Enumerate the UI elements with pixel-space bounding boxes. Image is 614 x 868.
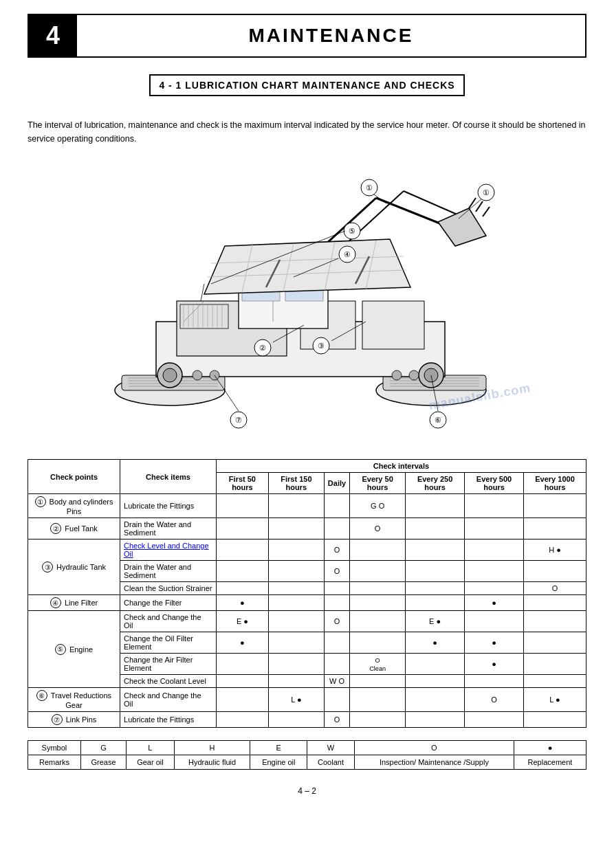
- table-row: ① Body and cylinders Pins Lubricate the …: [28, 494, 586, 518]
- diagram-svg: ① ① ② ③ ④ ⑤ ⑥ ⑦: [101, 157, 514, 445]
- check-item-cell: Check and Change the Oil: [120, 688, 217, 712]
- svg-point-49: [163, 368, 177, 382]
- symbol-h: H: [174, 741, 250, 755]
- check-item-cell: Check Level and Change Oil: [120, 539, 217, 561]
- col-every-500: Every 500 hours: [465, 473, 524, 494]
- svg-text:⑦: ⑦: [235, 416, 242, 424]
- check-point-cell: ⑤ Engine: [28, 611, 120, 688]
- col-check-intervals: Check intervals: [216, 460, 586, 473]
- svg-line-72: [201, 284, 204, 301]
- remark-hydraulic: Hydraulic fluid: [174, 755, 250, 770]
- check-point-cell: ① Body and cylinders Pins: [28, 494, 120, 518]
- maintenance-table: Check points Check items Check intervals…: [28, 459, 586, 728]
- svg-point-53: [392, 370, 402, 380]
- check-point-cell: ② Fuel Tank: [28, 518, 120, 539]
- symbol-w: W: [307, 741, 355, 755]
- svg-line-37: [483, 207, 490, 216]
- symbol-o: O: [354, 741, 514, 755]
- remark-engine-oil: Engine oil: [250, 755, 307, 770]
- table-row: ② Fuel Tank Drain the Water and Sediment…: [28, 518, 586, 539]
- col-every-50: Every 50 hours: [350, 473, 406, 494]
- table-row: ⑥ Travel Reductions Gear Check and Chang…: [28, 688, 586, 712]
- col-daily: Daily: [324, 473, 349, 494]
- symbol-header: Symbol: [28, 741, 81, 755]
- description-text: The interval of lubrication, maintenance…: [28, 118, 586, 146]
- svg-text:⑥: ⑥: [435, 416, 441, 424]
- svg-marker-34: [438, 208, 486, 246]
- check-item-cell: Check the Coolant Level: [120, 675, 217, 688]
- svg-line-32: [376, 198, 445, 225]
- svg-text:③: ③: [318, 342, 325, 350]
- svg-text:①: ①: [366, 183, 373, 192]
- col-check-items: Check items: [120, 460, 217, 494]
- symbol-g: G: [80, 741, 126, 755]
- svg-text:②: ②: [259, 344, 266, 352]
- check-item-cell: Lubricate the Fittings: [120, 494, 217, 518]
- col-every-250: Every 250 hours: [406, 473, 465, 494]
- svg-text:①: ①: [483, 188, 490, 197]
- check-item-cell: Change the Air Filter Element: [120, 654, 217, 675]
- svg-rect-15: [362, 301, 424, 349]
- section-heading-wrapper: 4 - 1 LUBRICATION CHART MAINTENANCE AND …: [28, 74, 586, 107]
- col-first-50: First 50 hours: [216, 473, 268, 494]
- svg-point-54: [409, 370, 419, 380]
- check-item-cell: Drain the Water and Sediment: [120, 561, 217, 582]
- svg-point-51: [193, 370, 202, 380]
- chapter-title: MAINTENANCE: [77, 18, 585, 54]
- check-item-cell: Change the Filter: [120, 595, 217, 611]
- machine-diagram: ① ① ② ③ ④ ⑤ ⑥ ⑦ manualslib.com: [28, 157, 586, 445]
- symbol-e: E: [250, 741, 307, 755]
- check-item-cell: Lubricate the Fittings: [120, 712, 217, 728]
- table-row: ⑤ Engine Check and Change the Oil E ● O …: [28, 611, 586, 632]
- remark-gear-oil: Gear oil: [127, 755, 175, 770]
- col-first-150: First 150 hours: [268, 473, 324, 494]
- check-item-cell: Clean the Suction Strainer: [120, 582, 217, 595]
- col-every-1000: Every 1000 hours: [524, 473, 586, 494]
- check-item-cell: Check and Change the Oil: [120, 611, 217, 632]
- remark-replacement: Replacement: [514, 755, 586, 770]
- check-point-cell: ⑥ Travel Reductions Gear: [28, 688, 120, 712]
- table-row: ③ Hydraulic Tank Check Level and Change …: [28, 539, 586, 561]
- chapter-number: 4: [29, 15, 77, 56]
- symbol-l: L: [127, 741, 175, 755]
- svg-text:④: ④: [344, 250, 351, 258]
- section-heading: 4 - 1 LUBRICATION CHART MAINTENANCE AND …: [149, 74, 464, 96]
- remark-coolant: Coolant: [307, 755, 355, 770]
- symbol-table: Symbol G L H E W O ● Remarks Grease Gear…: [28, 740, 586, 770]
- col-check-points: Check points: [28, 460, 120, 494]
- remark-inspection: Inspection/ Maintenance /Supply: [354, 755, 514, 770]
- table-row: ⑦ Link Pins Lubricate the Fittings O: [28, 712, 586, 728]
- check-item-cell: Drain the Water and Sediment: [120, 518, 217, 539]
- check-point-cell: ⑦ Link Pins: [28, 712, 120, 728]
- svg-marker-38: [204, 239, 410, 294]
- page-number: 4 – 2: [28, 786, 586, 796]
- page-header: 4 MAINTENANCE: [28, 14, 586, 58]
- table-row: ④ Line Filter Change the Filter ● ●: [28, 595, 586, 611]
- remarks-header: Remarks: [28, 755, 81, 770]
- remark-grease: Grease: [80, 755, 126, 770]
- check-point-cell: ④ Line Filter: [28, 595, 120, 611]
- check-point-cell: ③ Hydraulic Tank: [28, 539, 120, 595]
- check-item-cell: Change the Oil Filter Element: [120, 632, 217, 654]
- svg-text:⑤: ⑤: [349, 227, 355, 235]
- symbol-bullet: ●: [514, 741, 586, 755]
